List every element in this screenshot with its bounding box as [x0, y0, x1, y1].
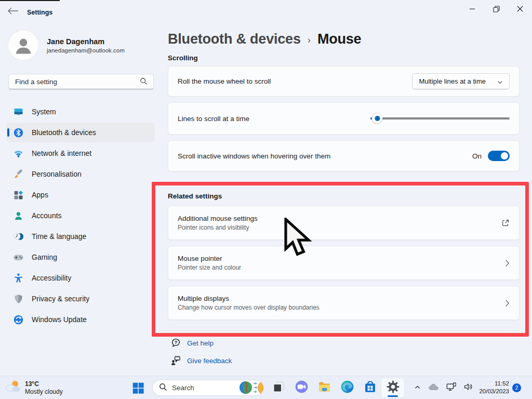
wheel-scroll-dropdown[interactable]: Multiple lines at a time	[412, 73, 510, 89]
chevron-up-tray-button[interactable]	[410, 379, 424, 397]
window-controls	[460, 0, 532, 18]
task-view-taskbar-button[interactable]	[267, 378, 290, 397]
back-button[interactable]	[7, 7, 19, 16]
chat-taskbar-button[interactable]	[290, 378, 313, 397]
setting-row-scroll-inactive: Scroll inactive windows when hovering ov…	[168, 140, 520, 171]
start-button[interactable]	[130, 380, 146, 396]
network-display-icon	[446, 382, 457, 394]
sidebar-item-label: Windows Update	[32, 315, 87, 324]
related-row-multiple-displays[interactable]: Multiple displays Change how cursor move…	[168, 286, 520, 320]
accessibility-icon	[12, 272, 24, 284]
taskbar-apps	[267, 378, 404, 397]
sidebar-item-system[interactable]: System	[6, 102, 155, 122]
file-explorer-icon	[317, 380, 331, 396]
sidebar-item-privacy-and-security[interactable]: Privacy & security	[6, 289, 155, 309]
get-help-label: Get help	[187, 339, 214, 347]
related-title: Multiple displays	[178, 295, 320, 302]
sidebar-item-label: Time & language	[32, 232, 86, 241]
gaming-icon	[12, 251, 24, 263]
chevron-down-icon	[497, 77, 503, 86]
sidebar-item-personalisation[interactable]: Personalisation	[6, 164, 155, 184]
network-display-tray-button[interactable]	[443, 379, 460, 397]
speaker-icon	[464, 383, 474, 393]
related-subtitle: Pointer size and colour	[178, 264, 241, 271]
privacy-icon	[12, 293, 24, 304]
back-arrow-icon	[7, 7, 19, 15]
store-taskbar-button[interactable]	[358, 378, 381, 397]
file-explorer-taskbar-button[interactable]	[313, 378, 336, 397]
taskbar: 13°C Mostly cloudy Search	[0, 376, 532, 399]
restore-button[interactable]	[484, 0, 508, 18]
search-input[interactable]	[8, 74, 154, 89]
weather-widget[interactable]: 13°C Mostly cloudy	[4, 379, 63, 396]
section-label-scrolling: Scrolling	[168, 54, 520, 62]
taskbar-search[interactable]: Search	[152, 380, 264, 396]
sidebar-item-bluetooth-and-devices[interactable]: Bluetooth & devices	[6, 123, 155, 142]
search-highlight-icon	[236, 380, 263, 396]
settings-gear-taskbar-button[interactable]	[381, 378, 404, 397]
section-label-related: Related settings	[168, 192, 520, 200]
onedrive-cloud-icon	[428, 383, 439, 393]
taskbar-clock[interactable]: 11:52 20/03/2023	[479, 380, 509, 395]
close-icon	[517, 6, 523, 12]
search-icon	[140, 77, 148, 87]
svg-text:?: ?	[175, 339, 178, 345]
page-title: Mouse	[317, 31, 362, 47]
toggle-knob	[501, 152, 508, 159]
related-row-mouse-pointer[interactable]: Mouse pointer Pointer size and colour	[168, 246, 520, 280]
profile-name: Jane Dagenham	[47, 37, 125, 46]
slider-track[interactable]	[370, 117, 510, 119]
scroll-inactive-toggle[interactable]	[488, 151, 510, 161]
sidebar-item-windows-update[interactable]: Windows Update	[6, 310, 155, 329]
clock-time: 11:52	[479, 380, 509, 388]
sidebar-item-accessibility[interactable]: Accessibility	[6, 268, 155, 288]
breadcrumb-parent[interactable]: Bluetooth & devices	[168, 31, 301, 47]
taskbar-search-label: Search	[172, 384, 194, 392]
slider-thumb[interactable]	[373, 113, 382, 123]
minimize-button[interactable]	[460, 0, 484, 18]
sidebar-item-accounts[interactable]: Accounts	[6, 206, 155, 225]
give-feedback-icon	[170, 355, 181, 366]
close-button[interactable]	[508, 0, 532, 18]
edge-taskbar-button[interactable]	[336, 378, 358, 397]
sidebar-item-label: Personalisation	[32, 170, 82, 178]
dropdown-value: Multiple lines at a time	[419, 77, 486, 85]
person-icon	[12, 34, 35, 57]
onedrive-cloud-tray-button[interactable]	[424, 379, 443, 397]
apps-icon	[12, 189, 24, 201]
accounts-icon	[12, 210, 24, 221]
get-help-link[interactable]: ? Get help	[168, 337, 520, 349]
avatar	[8, 30, 38, 60]
profile-block[interactable]: Jane Dagenham janedagenham@outlook.com	[8, 30, 153, 60]
system-icon	[12, 106, 24, 117]
chevron-up-icon	[414, 383, 421, 393]
system-tray	[410, 376, 477, 399]
chevron-right-icon	[505, 259, 510, 267]
related-row-additional-mouse-settings[interactable]: Additional mouse settings Pointer icons …	[168, 206, 520, 240]
setting-row-lines-to-scroll: Lines to scroll at a time	[168, 102, 520, 135]
chevron-right-icon	[505, 299, 510, 307]
footer-links: ? Get help Give feedback	[168, 337, 520, 366]
sidebar-item-label: Accessibility	[32, 274, 71, 282]
windows-logo-icon	[131, 381, 145, 395]
titlebar: Settings	[0, 0, 532, 21]
speaker-tray-button[interactable]	[460, 379, 477, 397]
clock-date: 20/03/2023	[479, 388, 509, 395]
sidebar-item-gaming[interactable]: Gaming	[6, 247, 155, 267]
sidebar-item-network-and-internet[interactable]: Network & internet	[6, 143, 155, 163]
task-view-icon	[272, 380, 286, 396]
weather-icon	[4, 379, 22, 396]
breadcrumb: Bluetooth & devices › Mouse	[168, 31, 520, 47]
lines-to-scroll-slider[interactable]	[370, 114, 510, 123]
restore-icon	[493, 6, 500, 12]
external-link-icon	[501, 219, 510, 227]
sidebar-item-label: Accounts	[32, 211, 62, 220]
setting-row-wheel-scroll: Roll the mouse wheel to scroll Multiple …	[168, 66, 520, 97]
personalisation-icon	[12, 168, 24, 180]
edge-icon	[340, 380, 354, 396]
give-feedback-link[interactable]: Give feedback	[168, 355, 520, 366]
chat-icon	[295, 380, 309, 396]
sidebar-item-apps[interactable]: Apps	[6, 185, 155, 205]
notification-badge[interactable]: 2	[512, 383, 521, 392]
sidebar-item-time-and-language[interactable]: Time & language	[6, 227, 155, 246]
